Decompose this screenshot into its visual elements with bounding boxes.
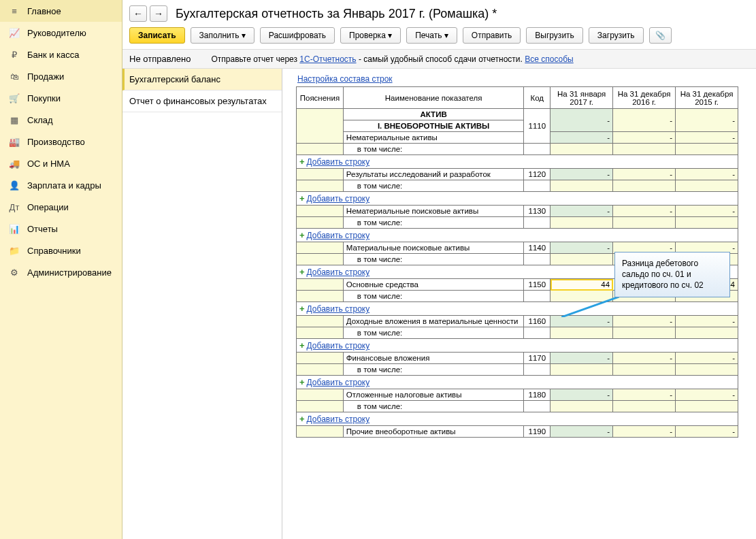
cell-val[interactable]: -: [613, 316, 676, 327]
cell-val[interactable]: -: [676, 353, 738, 364]
sidebar-item-os-nma[interactable]: 🚚ОС и НМА: [0, 152, 122, 174]
fill-button[interactable]: Заполнить ▾: [191, 27, 254, 44]
sidebar-label: Склад: [27, 115, 53, 125]
cell-val[interactable]: [613, 180, 676, 192]
cell-val-highlighted[interactable]: 44: [550, 279, 613, 291]
config-rows-link[interactable]: Настройка состава строк: [297, 74, 393, 84]
cell-val[interactable]: [550, 327, 613, 339]
unload-button[interactable]: Выгрузить: [526, 27, 583, 44]
cell-val[interactable]: [613, 364, 676, 376]
cell-poy[interactable]: [297, 242, 344, 254]
cell-val[interactable]: -: [613, 353, 676, 364]
cell-poy[interactable]: [297, 217, 344, 229]
cell-val[interactable]: [550, 144, 613, 155]
cell-poy[interactable]: [297, 389, 344, 401]
cell-val[interactable]: -: [676, 426, 738, 438]
add-row-link[interactable]: Добавить строку: [307, 157, 370, 167]
cell-val[interactable]: [676, 217, 738, 229]
cell-val[interactable]: [550, 254, 613, 265]
cell-val[interactable]: [676, 144, 738, 155]
add-row-link[interactable]: Добавить строку: [307, 194, 370, 203]
sidebar-item-production[interactable]: 🏭Производство: [0, 131, 122, 152]
cell-val[interactable]: -: [676, 132, 738, 144]
cell-val[interactable]: -: [550, 316, 613, 327]
cell-val[interactable]: -: [550, 109, 613, 132]
cell-val[interactable]: -: [550, 426, 613, 438]
sidebar-item-main[interactable]: ≡Главное: [0, 0, 122, 22]
cell-poy[interactable]: [297, 206, 344, 217]
cell-poy[interactable]: [297, 401, 344, 412]
nav-back-button[interactable]: ←: [129, 5, 147, 22]
attach-button[interactable]: 📎: [649, 27, 672, 44]
cell-val[interactable]: [676, 327, 738, 339]
sidebar-item-salary[interactable]: 👤Зарплата и кадры: [0, 174, 122, 196]
cell-val[interactable]: -: [613, 206, 676, 217]
add-row-link[interactable]: Добавить строку: [307, 341, 370, 350]
cell-val[interactable]: -: [550, 242, 613, 254]
sidebar-item-operations[interactable]: ДтОперации: [0, 196, 122, 218]
cell-val[interactable]: -: [613, 426, 676, 438]
cell-val[interactable]: -: [676, 109, 738, 132]
cell-poy[interactable]: [297, 364, 344, 376]
cell-val[interactable]: -: [550, 353, 613, 364]
nav-forward-button[interactable]: →: [150, 5, 167, 22]
cell-val[interactable]: [676, 364, 738, 376]
cell-val[interactable]: [550, 180, 613, 192]
cell-poy[interactable]: [297, 169, 344, 180]
cell-poy[interactable]: [297, 316, 344, 327]
add-row-link[interactable]: Добавить строку: [307, 231, 370, 240]
add-row-link[interactable]: Добавить строку: [307, 267, 370, 277]
link-all-ways[interactable]: Все способы: [525, 54, 574, 64]
cell-val[interactable]: -: [550, 169, 613, 180]
add-row-link[interactable]: Добавить строку: [307, 378, 370, 387]
cell-val[interactable]: [613, 144, 676, 155]
cell-poy[interactable]: [297, 109, 344, 144]
cell-poy[interactable]: [297, 327, 344, 339]
cell-val[interactable]: [676, 180, 738, 192]
tab-finresults[interactable]: Отчет о финансовых результатах: [122, 91, 282, 112]
sidebar-item-directories[interactable]: 📁Справочники: [0, 240, 122, 261]
cell-val[interactable]: -: [676, 316, 738, 327]
link-1c-otchetnost[interactable]: 1С-Отчетность: [299, 54, 356, 64]
cell-val[interactable]: -: [550, 132, 613, 144]
cell-val[interactable]: -: [613, 169, 676, 180]
cell-poy[interactable]: [297, 254, 344, 265]
cell-poy[interactable]: [297, 180, 344, 192]
sidebar-item-warehouse[interactable]: ▦Склад: [0, 109, 122, 131]
cell-val[interactable]: [613, 401, 676, 412]
cell-val[interactable]: [550, 364, 613, 376]
cell-val[interactable]: -: [550, 206, 613, 217]
cell-val[interactable]: -: [550, 389, 613, 401]
cell-val[interactable]: [676, 401, 738, 412]
cell-val[interactable]: [550, 401, 613, 412]
add-row-link[interactable]: Добавить строку: [307, 414, 370, 424]
print-button[interactable]: Печать ▾: [406, 27, 457, 44]
cell-val[interactable]: -: [613, 109, 676, 132]
sidebar-item-reports[interactable]: 📊Отчеты: [0, 218, 122, 240]
cell-val[interactable]: [613, 217, 676, 229]
cell-val[interactable]: -: [613, 132, 676, 144]
cell-poy[interactable]: [297, 291, 344, 302]
sidebar-item-sales[interactable]: 🛍Продажи: [0, 65, 122, 87]
check-button[interactable]: Проверка ▾: [340, 27, 401, 44]
sidebar-item-bank[interactable]: ₽Банк и касса: [0, 44, 122, 65]
cell-val[interactable]: -: [676, 206, 738, 217]
save-button[interactable]: Записать: [129, 27, 185, 44]
sidebar-item-manager[interactable]: 📈Руководителю: [0, 22, 122, 44]
cell-val[interactable]: [550, 217, 613, 229]
cell-val[interactable]: -: [613, 389, 676, 401]
send-button[interactable]: Отправить: [463, 27, 521, 44]
cell-poy[interactable]: [297, 279, 344, 291]
cell-val[interactable]: -: [676, 389, 738, 401]
tab-balance[interactable]: Бухгалтерский баланс: [122, 69, 282, 91]
sidebar-item-admin[interactable]: ⚙Администрирование: [0, 261, 122, 283]
cell-poy[interactable]: [297, 353, 344, 364]
decode-button[interactable]: Расшифровать: [260, 27, 335, 44]
cell-poy[interactable]: [297, 426, 344, 438]
sidebar-item-purchases[interactable]: 🛒Покупки: [0, 87, 122, 109]
cell-val[interactable]: -: [676, 169, 738, 180]
add-row-link[interactable]: Добавить строку: [307, 304, 370, 314]
cell-poy[interactable]: [297, 144, 344, 155]
load-button[interactable]: Загрузить: [589, 27, 644, 44]
cell-val[interactable]: [613, 327, 676, 339]
